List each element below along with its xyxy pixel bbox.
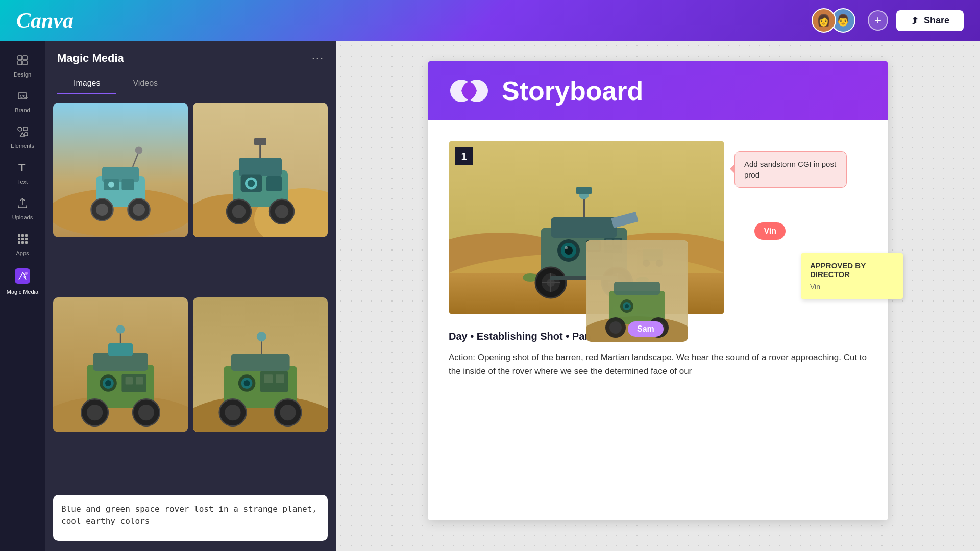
avatars: 👩 👨 (812, 8, 855, 33)
svg-rect-104 (551, 217, 617, 238)
storyboard-document: Storyboard 1 (428, 61, 888, 520)
svg-rect-12 (21, 234, 24, 237)
image-thumb-3[interactable] (53, 297, 188, 432)
share-button[interactable]: ⮭ Share (896, 10, 964, 31)
svg-point-56 (116, 325, 125, 334)
sam-cursor-label: Sam (628, 321, 664, 337)
svg-marker-7 (23, 127, 27, 131)
annotation-text: Add sandstorm CGI in post prod (744, 160, 836, 179)
sidebar-label-elements: Elements (11, 143, 34, 149)
sidebar-item-apps[interactable]: Apps (2, 228, 43, 261)
svg-text:T: T (18, 161, 26, 173)
sidebar-label-text: Text (17, 179, 28, 185)
svg-rect-33 (121, 179, 134, 190)
storyboard-title: Storyboard (502, 76, 643, 106)
svg-rect-62 (136, 377, 143, 384)
svg-rect-61 (126, 377, 133, 384)
storyboard-container[interactable]: Storyboard 1 (336, 41, 980, 551)
svg-rect-9 (24, 133, 28, 136)
sidebar-label-brand: Brand (15, 107, 30, 113)
canvas-area[interactable]: Sam Storyboard (336, 41, 980, 551)
svg-rect-129 (643, 249, 663, 261)
svg-point-34 (108, 182, 114, 188)
sidebar-item-elements[interactable]: Elements (2, 120, 43, 154)
sidebar-item-brand[interactable]: CO. Brand (2, 85, 43, 118)
svg-point-75 (244, 380, 250, 386)
storyboard-body: 1 (428, 120, 888, 398)
image-thumb-1[interactable] (53, 103, 188, 237)
design-icon (16, 54, 29, 69)
tab-bar: Images Videos (45, 73, 336, 94)
svg-rect-1 (23, 56, 27, 60)
approved-title: APPROVED BY DIRECTOR (810, 261, 894, 279)
svg-rect-117 (614, 239, 620, 245)
prompt-input[interactable]: Blue and green space rover lost in a str… (53, 495, 328, 541)
svg-rect-16 (25, 238, 28, 240)
svg-rect-77 (264, 374, 273, 383)
approved-note: APPROVED BY DIRECTOR Vin (801, 253, 903, 299)
svg-point-42 (248, 180, 255, 187)
header-right: 👩 👨 + ⮭ Share (812, 8, 964, 33)
svg-rect-39 (239, 158, 282, 176)
svg-point-31 (135, 146, 142, 154)
svg-rect-2 (18, 61, 22, 65)
svg-rect-128 (550, 276, 618, 280)
svg-point-112 (565, 246, 568, 249)
panel-title: Magic Media (57, 52, 124, 65)
icon-sidebar: Design CO. Brand Elements (0, 41, 45, 551)
svg-point-29 (133, 204, 145, 216)
svg-rect-114 (588, 242, 599, 250)
sidebar-item-design[interactable]: Design (2, 49, 43, 83)
sidebar-label-magic-media: Magic Media (7, 289, 38, 295)
svg-rect-11 (18, 234, 20, 237)
storyboard-header: Storyboard (428, 61, 888, 120)
scene-image (449, 141, 724, 314)
svg-rect-0 (18, 56, 22, 60)
svg-marker-8 (20, 133, 24, 136)
brand-icon: CO. (16, 90, 29, 105)
sidebar-item-magic-media[interactable]: Magic Media (2, 263, 43, 300)
add-collaborator-button[interactable]: + (868, 10, 888, 31)
sidebar-label-apps: Apps (16, 250, 29, 256)
svg-rect-3 (23, 61, 27, 65)
svg-rect-14 (18, 238, 20, 240)
sidebar-label-design: Design (14, 71, 31, 78)
sidebar-label-uploads: Uploads (12, 214, 33, 220)
tab-videos[interactable]: Videos (116, 73, 174, 94)
header: Canva 👩 👨 + ⮭ Share (0, 0, 980, 41)
svg-point-72 (257, 332, 266, 341)
scene-action-text: Action: Opening shot of the barren, red … (449, 350, 867, 378)
prompt-area: Blue and green space rover lost in a str… (45, 487, 336, 551)
share-icon: ⮭ (911, 15, 920, 26)
scene-number: 1 (455, 147, 473, 165)
image-thumb-4[interactable] (193, 297, 328, 432)
vin-badge: Vin (754, 222, 786, 240)
sidebar-item-text[interactable]: T Text (2, 156, 43, 190)
main-layout: Design CO. Brand Elements (0, 41, 980, 551)
storyboard-logo (449, 76, 489, 106)
images-grid (45, 103, 336, 487)
apps-icon (16, 233, 29, 248)
text-icon: T (16, 161, 29, 177)
svg-rect-17 (18, 241, 20, 244)
svg-point-21 (24, 272, 28, 275)
svg-rect-19 (25, 241, 28, 244)
svg-point-64 (87, 405, 103, 420)
svg-point-6 (18, 127, 22, 131)
approved-signature: Vin (810, 283, 894, 291)
svg-rect-15 (21, 238, 24, 240)
image-thumb-2[interactable] (193, 103, 328, 237)
canva-logo: Canva (16, 8, 74, 33)
sidebar-item-uploads[interactable]: Uploads (2, 192, 43, 226)
panel-more-button[interactable]: ⋯ (311, 51, 324, 65)
avatar-1: 👩 (812, 8, 836, 33)
svg-text:CO.: CO. (20, 94, 28, 99)
svg-rect-13 (25, 234, 28, 237)
svg-rect-116 (606, 239, 612, 245)
svg-rect-70 (231, 354, 289, 371)
magic-media-panel: Magic Media ⋯ Images Videos (45, 41, 336, 551)
annotation-bubble: Add sandstorm CGI in post prod (734, 151, 847, 188)
svg-point-102 (636, 277, 649, 283)
tab-images[interactable]: Images (57, 73, 116, 94)
svg-point-28 (96, 204, 108, 216)
